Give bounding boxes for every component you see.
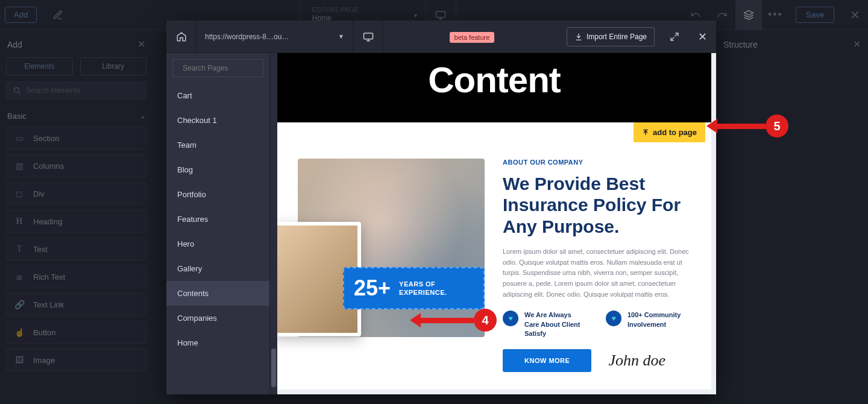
page-item-cart[interactable]: Cart — [166, 83, 269, 108]
pages-sidebar: Cart Checkout 1 Team Blog Portfolio Feat… — [166, 53, 270, 394]
page-item-blog[interactable]: Blog — [166, 157, 269, 182]
about-image-group: 25+ YEARS OF EXPERIENCE. — [298, 159, 485, 372]
svg-rect-2 — [363, 33, 373, 39]
stat-label: YEARS OF EXPERIENCE. — [399, 280, 474, 297]
beta-badge: beta feature — [450, 31, 495, 42]
heart-icon: ♥ — [606, 311, 621, 326]
expand-icon[interactable] — [661, 32, 688, 42]
import-modal: https://wordpress-8…ou… ▼ beta feature I… — [166, 21, 716, 394]
feature-1: ♥ We Are Always Care About Client Satisf… — [503, 311, 588, 338]
feature-2: ♥ 100+ Community Involvement — [606, 311, 691, 338]
feature-text: 100+ Community Involvement — [627, 311, 691, 329]
about-section: 25+ YEARS OF EXPERIENCE. ABOUT OUR COMPA… — [277, 122, 711, 390]
page-preview: Content add to page 25+ YEARS OF EXPERIE… — [277, 53, 716, 394]
close-modal-icon[interactable]: ✕ — [688, 30, 716, 43]
years-badge: 25+ YEARS OF EXPERIENCE. — [343, 267, 485, 309]
download-icon — [574, 33, 583, 41]
scrollbar-thumb[interactable] — [271, 349, 276, 387]
search-pages-field[interactable] — [183, 64, 273, 72]
know-more-button[interactable]: KNOW MORE — [503, 349, 591, 372]
feature-text: We Are Always Care About Client Satisfy — [524, 311, 588, 338]
eyebrow-text: ABOUT OUR COMPANY — [503, 159, 691, 166]
import-entire-page-button[interactable]: Import Entire Page — [567, 27, 655, 46]
page-item-companies[interactable]: Companies — [166, 306, 269, 330]
desktop-view-icon[interactable] — [353, 21, 383, 53]
caret-down-icon: ▼ — [338, 33, 344, 40]
url-selector[interactable]: https://wordpress-8…ou… ▼ — [197, 21, 353, 53]
add-to-page-button[interactable]: add to page — [634, 122, 705, 142]
pages-scrollbar[interactable] — [270, 53, 277, 394]
page-item-portfolio[interactable]: Portfolio — [166, 182, 269, 207]
hero-section: Content — [277, 53, 711, 122]
signature: John doe — [608, 352, 665, 370]
add-to-page-label: add to page — [653, 128, 697, 137]
search-pages-input[interactable] — [172, 59, 263, 77]
about-headline: We Provide Best Insurance Policy For Any… — [503, 173, 691, 237]
stat-value: 25+ — [354, 276, 391, 301]
home-icon[interactable] — [166, 21, 197, 53]
page-item-checkout[interactable]: Checkout 1 — [166, 108, 269, 133]
upload-icon — [642, 129, 649, 136]
page-item-home[interactable]: Home — [166, 330, 269, 355]
import-label: Import Entire Page — [587, 33, 647, 41]
page-item-features[interactable]: Features — [166, 207, 269, 232]
url-text: https://wordpress-8…ou… — [205, 33, 289, 41]
page-item-contents[interactable]: Contents — [166, 281, 269, 306]
page-item-team[interactable]: Team — [166, 133, 269, 157]
page-item-gallery[interactable]: Gallery — [166, 256, 269, 281]
preview-canvas[interactable]: Content add to page 25+ YEARS OF EXPERIE… — [277, 53, 711, 390]
hero-title: Content — [277, 59, 711, 101]
heart-icon: ♥ — [503, 311, 518, 326]
pages-list[interactable]: Cart Checkout 1 Team Blog Portfolio Feat… — [166, 83, 269, 394]
page-item-hero[interactable]: Hero — [166, 232, 269, 256]
about-paragraph: Lorem ipsum dolor sit amet, consectetuer… — [503, 247, 691, 300]
